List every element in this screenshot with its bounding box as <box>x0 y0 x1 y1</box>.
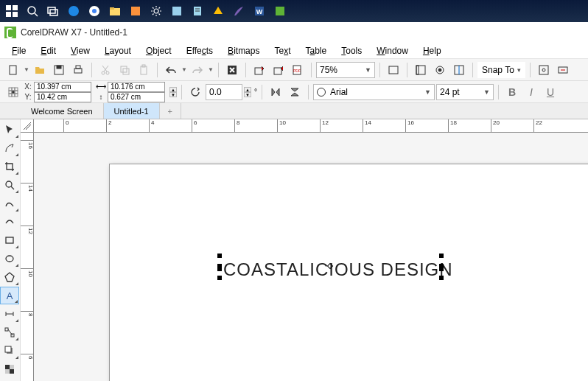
menu-window[interactable]: Window <box>371 44 414 57</box>
parallel-dim-tool[interactable] <box>0 305 19 323</box>
publish-pdf-button[interactable]: PDF <box>289 61 307 79</box>
svg-rect-54 <box>15 91 18 94</box>
width-input[interactable]: 10.176 cm <box>108 82 165 92</box>
chrome-icon[interactable] <box>84 1 105 21</box>
zoom-select[interactable]: 75%▼ <box>316 62 375 78</box>
object-origin-button[interactable] <box>4 83 22 101</box>
x-input[interactable]: 10.397 cm <box>34 82 91 92</box>
open-button[interactable] <box>31 61 49 79</box>
import-button[interactable] <box>251 61 268 79</box>
menu-view[interactable]: View <box>65 44 96 57</box>
start-icon[interactable] <box>1 1 22 21</box>
options-button[interactable] <box>535 61 553 79</box>
menu-tools[interactable]: Tools <box>335 44 368 57</box>
taskview-icon[interactable] <box>43 1 63 21</box>
feather-icon[interactable] <box>228 1 249 21</box>
menu-effects[interactable]: Effects <box>181 44 219 57</box>
rotation-input[interactable]: 0.0 <box>206 84 242 100</box>
snap-select[interactable]: Snap To▾ <box>477 62 525 78</box>
rotation-spinner[interactable]: ▲▼ <box>244 87 251 97</box>
paste-button[interactable] <box>135 61 153 79</box>
underline-button[interactable]: U <box>542 83 559 101</box>
pick-tool[interactable] <box>0 121 19 139</box>
new-button[interactable] <box>4 61 22 79</box>
launch-button[interactable] <box>554 61 572 79</box>
edge-icon[interactable] <box>63 1 84 21</box>
export-button[interactable] <box>270 61 287 79</box>
mirror-h-button[interactable] <box>267 83 284 101</box>
menu-object[interactable]: Object <box>140 44 178 57</box>
save-button[interactable] <box>50 61 68 79</box>
undo-dropdown[interactable]: ▼ <box>181 66 187 73</box>
search-icon[interactable] <box>22 1 43 21</box>
tab-add[interactable]: + <box>160 103 181 119</box>
settings-icon[interactable] <box>146 1 167 21</box>
menu-text[interactable]: Text <box>268 44 296 57</box>
notepad-icon[interactable] <box>187 1 208 21</box>
handle-l[interactable] <box>217 264 222 271</box>
crop-tool[interactable] <box>0 158 19 175</box>
xampp-icon[interactable] <box>125 1 146 21</box>
menu-layout[interactable]: Layout <box>99 44 137 57</box>
show-grid-button[interactable] <box>431 61 449 79</box>
polygon-tool[interactable] <box>0 268 19 286</box>
word-icon[interactable]: W <box>249 1 270 21</box>
cut-button[interactable] <box>97 61 114 79</box>
bold-button[interactable]: B <box>503 83 521 101</box>
height-input[interactable]: 0.627 cm <box>108 92 165 102</box>
size-spinner[interactable]: ▲▼ <box>169 87 177 97</box>
ruler-origin[interactable] <box>21 119 34 133</box>
text-tool[interactable]: A <box>0 287 19 304</box>
redo-button[interactable] <box>189 61 206 79</box>
connector-tool[interactable] <box>0 324 19 341</box>
fullscreen-button[interactable] <box>385 61 402 79</box>
canvas-area[interactable]: 0246810121416182022 1614121086 COASTALIC… <box>21 119 588 381</box>
svg-rect-53 <box>12 91 15 94</box>
print-button[interactable] <box>69 61 87 79</box>
new-dropdown[interactable]: ▼ <box>24 66 29 73</box>
italic-button[interactable]: I <box>522 83 540 101</box>
rectangle-tool[interactable] <box>0 231 19 249</box>
svg-rect-52 <box>9 91 12 94</box>
undo-button[interactable] <box>162 61 180 79</box>
menu-help[interactable]: Help <box>417 44 447 57</box>
svg-rect-35 <box>255 68 262 74</box>
handle-bl[interactable] <box>217 276 222 280</box>
freehand-tool[interactable] <box>0 195 19 212</box>
horizontal-ruler[interactable]: 0246810121416182022 <box>34 119 588 133</box>
drop-shadow-tool[interactable] <box>0 342 19 360</box>
text-object[interactable]: COASTALICIOUS DESIGN <box>223 259 453 280</box>
menu-edit[interactable]: Edit <box>35 44 62 57</box>
tab-untitled[interactable]: Untitled-1 <box>104 103 160 119</box>
menu-table[interactable]: Table <box>300 44 333 57</box>
shape-tool[interactable] <box>0 139 19 157</box>
ellipse-tool[interactable] <box>0 250 19 268</box>
menu-bitmaps[interactable]: Bitmaps <box>222 44 265 57</box>
vertical-ruler[interactable]: 1614121086 <box>21 133 34 381</box>
app-icon[interactable] <box>167 1 187 21</box>
y-input[interactable]: 10.42 cm <box>34 92 91 102</box>
handle-br[interactable] <box>439 276 444 280</box>
handle-tr[interactable] <box>439 254 444 258</box>
search-content-button[interactable] <box>223 61 241 79</box>
svg-rect-71 <box>5 346 11 352</box>
mirror-v-button[interactable] <box>286 83 304 101</box>
zoom-tool[interactable] <box>0 176 19 194</box>
coreldraw-taskbar-icon[interactable] <box>270 1 290 21</box>
artistic-media-tool[interactable] <box>0 213 19 231</box>
handle-tl[interactable] <box>217 254 222 258</box>
show-guides-button[interactable] <box>450 61 468 79</box>
handle-r[interactable] <box>439 264 444 271</box>
explorer-icon[interactable] <box>105 1 125 21</box>
transparency-tool[interactable] <box>0 360 19 378</box>
show-rulers-button[interactable] <box>412 61 430 79</box>
font-select[interactable]: Arial ▼ <box>313 84 435 100</box>
menu-file[interactable]: File <box>6 44 32 57</box>
svg-rect-50 <box>12 88 15 91</box>
svg-rect-2 <box>6 12 11 17</box>
drive-icon[interactable] <box>208 1 228 21</box>
font-size-select[interactable]: 24 pt▼ <box>436 84 494 100</box>
redo-dropdown[interactable]: ▼ <box>208 66 214 73</box>
copy-button[interactable] <box>116 61 133 79</box>
tab-welcome[interactable]: Welcome Screen <box>21 103 104 119</box>
